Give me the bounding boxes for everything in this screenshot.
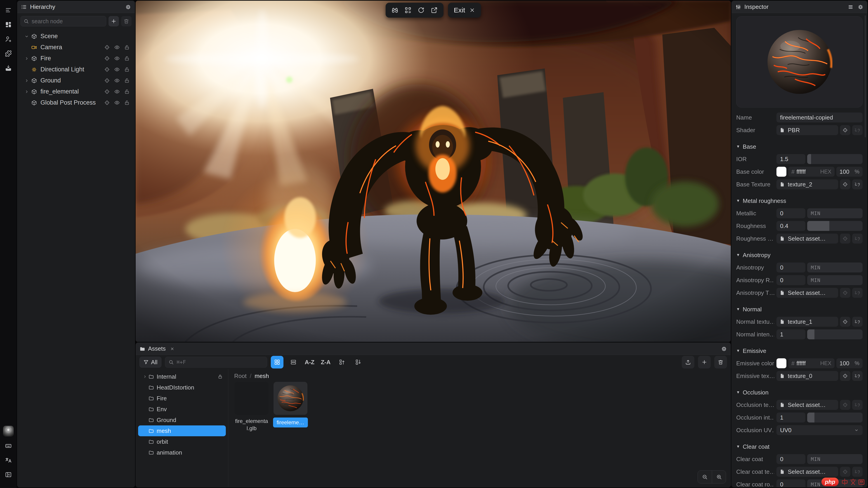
hierarchy-settings-gear-icon[interactable]: [125, 4, 131, 10]
hierarchy-node-ground[interactable]: Ground: [20, 75, 132, 86]
hierarchy-node-camera[interactable]: Camera: [20, 42, 132, 53]
rail-puzzle-button[interactable]: [3, 48, 13, 59]
visibility-icon[interactable]: [114, 44, 120, 50]
qr-code-button[interactable]: [401, 4, 414, 17]
locate-asset-button[interactable]: [840, 234, 850, 243]
unlink-asset-button[interactable]: [852, 180, 863, 189]
focus-icon[interactable]: [104, 78, 110, 84]
zoom-in-button[interactable]: [712, 470, 726, 483]
locate-asset-button[interactable]: [840, 467, 850, 477]
folder-fire[interactable]: Fire: [138, 393, 226, 404]
locate-asset-button[interactable]: [840, 400, 850, 410]
unlink-asset-button[interactable]: [852, 400, 863, 410]
asset-thumbnail[interactable]: [274, 382, 307, 415]
hierarchy-node-fire-elemental[interactable]: fire_elemental: [20, 86, 132, 97]
value-input[interactable]: 1: [776, 413, 805, 422]
add-node-button[interactable]: [108, 16, 119, 26]
value-input[interactable]: 0.4: [776, 221, 805, 231]
section-clear-coat[interactable]: ▼Clear coat: [736, 442, 863, 451]
sort-az-button[interactable]: A-Z: [303, 359, 316, 366]
inspector-settings-gear-icon[interactable]: [858, 4, 864, 10]
name-input[interactable]: [776, 112, 863, 123]
open-external-button[interactable]: [428, 4, 440, 17]
value-slider[interactable]: MIN: [807, 208, 863, 218]
visibility-icon[interactable]: [114, 78, 120, 84]
folder-env[interactable]: Env: [138, 404, 226, 415]
rail-dashboard-button[interactable]: [3, 20, 13, 30]
section-anisotropy[interactable]: ▼Anisotropy: [736, 250, 863, 260]
visibility-icon[interactable]: [114, 56, 120, 61]
binoculars-button[interactable]: [388, 4, 401, 17]
value-input[interactable]: 1: [776, 329, 805, 339]
hex-input[interactable]: #ffffffHEX: [788, 358, 835, 368]
hex-input[interactable]: #ffffffHEX: [788, 167, 835, 177]
asset-thumbnail[interactable]: [235, 382, 269, 415]
material-preview[interactable]: [736, 16, 863, 107]
exit-button[interactable]: Exit: [448, 3, 481, 18]
assets-filter-button[interactable]: All: [140, 357, 161, 367]
section-base[interactable]: ▼Base: [736, 142, 863, 151]
value-slider[interactable]: [807, 154, 863, 164]
sort-ascending-button[interactable]: [336, 356, 348, 368]
visibility-icon[interactable]: [114, 89, 120, 94]
delete-node-button[interactable]: [121, 16, 131, 26]
focus-icon[interactable]: [104, 89, 110, 94]
asset-chip[interactable]: texture_1: [776, 317, 838, 327]
focus-icon[interactable]: [104, 67, 110, 72]
breadcrumb-root[interactable]: Root: [234, 372, 247, 380]
locate-asset-button[interactable]: [840, 371, 850, 381]
asset-label-selected[interactable]: fireeleme…: [273, 418, 308, 427]
unlink-asset-button[interactable]: [852, 371, 863, 381]
asset-chip[interactable]: texture_0: [776, 371, 838, 381]
hierarchy-node-directional-light[interactable]: Directional Light: [20, 64, 132, 75]
locate-asset-button[interactable]: [840, 125, 850, 135]
color-swatch[interactable]: [776, 358, 786, 368]
locate-asset-button[interactable]: [840, 317, 850, 327]
list-view-button[interactable]: [287, 356, 300, 368]
focus-icon[interactable]: [104, 56, 110, 61]
asset-chip[interactable]: Select asset…: [776, 288, 838, 298]
section-emissive[interactable]: ▼Emissive: [736, 346, 863, 356]
asset-item-fireeleme[interactable]: fireeleme…: [273, 382, 308, 427]
folder-internal[interactable]: Internal: [138, 371, 226, 382]
hierarchy-node-fire[interactable]: Fire: [20, 53, 132, 64]
chevron-right-icon[interactable]: [23, 56, 31, 61]
asset-chip[interactable]: Select asset…: [776, 467, 838, 477]
inspector-scrollbar[interactable]: [865, 15, 866, 137]
locate-asset-button[interactable]: [840, 288, 850, 298]
grid-view-button[interactable]: [271, 356, 283, 368]
opacity-input[interactable]: 100%: [836, 358, 863, 368]
value-input[interactable]: 0: [776, 275, 805, 285]
lock-open-icon[interactable]: [124, 89, 130, 94]
lock-open-icon[interactable]: [124, 56, 130, 61]
assets-search-input[interactable]: [176, 359, 264, 365]
section-metal-roughness[interactable]: ▼Metal roughness: [736, 196, 863, 205]
asset-chip[interactable]: Select asset…: [776, 234, 838, 243]
value-input[interactable]: 1.5: [776, 154, 805, 164]
visibility-icon[interactable]: [114, 100, 120, 105]
asset-item-fire-elemental-glb[interactable]: fire_elemental.glb: [234, 382, 269, 432]
value-input[interactable]: 0: [776, 454, 805, 464]
folder-mesh[interactable]: mesh: [138, 425, 226, 436]
asset-chip[interactable]: texture_2: [776, 180, 838, 189]
focus-icon[interactable]: [104, 44, 110, 50]
locate-asset-button[interactable]: [840, 180, 850, 189]
value-slider[interactable]: MIN: [807, 275, 863, 285]
rail-language-button[interactable]: [3, 455, 13, 465]
unlink-asset-button[interactable]: [852, 234, 863, 243]
value-input[interactable]: 0: [776, 208, 805, 218]
lock-open-icon[interactable]: [124, 67, 130, 72]
rail-keyboard-button[interactable]: [3, 441, 13, 451]
rail-menu-button[interactable]: [3, 5, 13, 15]
focus-icon[interactable]: [104, 100, 110, 105]
value-slider[interactable]: [807, 413, 863, 422]
lock-open-icon[interactable]: [124, 44, 130, 50]
asset-chip[interactable]: PBR: [776, 125, 838, 135]
chevron-down-icon[interactable]: [23, 34, 31, 39]
user-avatar[interactable]: [3, 426, 14, 436]
lock-open-icon[interactable]: [124, 78, 130, 84]
lock-open-icon[interactable]: [124, 100, 130, 105]
refresh-button[interactable]: [414, 4, 428, 17]
section-normal[interactable]: ▼Normal: [736, 304, 863, 314]
folder-orbit[interactable]: orbit: [138, 436, 226, 447]
